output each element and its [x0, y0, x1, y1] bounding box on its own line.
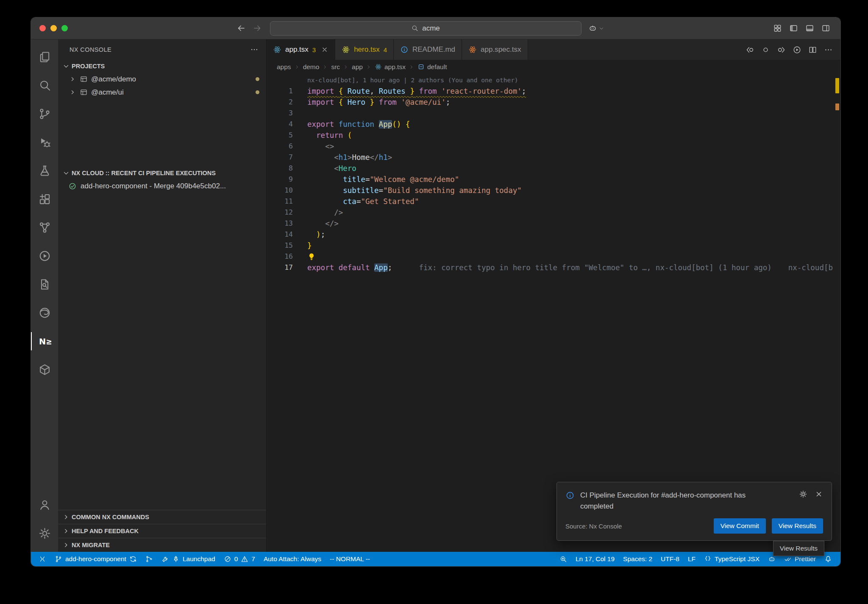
code-line[interactable]: 8 <Hero: [267, 163, 840, 174]
open-changes-icon[interactable]: [761, 45, 770, 54]
close-icon[interactable]: [321, 46, 328, 53]
code-line[interactable]: 17export default App; fix: correct typo …: [267, 262, 840, 273]
status-auto-attach[interactable]: Auto Attach: Always: [259, 552, 326, 566]
line-number: 10: [267, 185, 293, 196]
toggle-panel-icon[interactable]: [805, 24, 814, 33]
activity-item-run-targets[interactable]: [31, 242, 58, 270]
status-launchpad[interactable]: Launchpad: [157, 552, 220, 566]
code-line[interactable]: 2import { Hero } from '@acme/ui';: [267, 97, 840, 108]
status-indentation[interactable]: Spaces: 2: [619, 552, 657, 566]
activity-item-code-search[interactable]: [31, 270, 58, 299]
more-actions-icon[interactable]: [250, 45, 259, 54]
breadcrumb-item-src[interactable]: src: [331, 63, 340, 71]
minimize-window-button[interactable]: [50, 25, 57, 31]
status-gitlens-graph[interactable]: [141, 552, 157, 566]
notification-settings-icon[interactable]: [799, 490, 807, 498]
notification-buttons: View CommitView Results: [714, 518, 823, 534]
activity-item-project-graph[interactable]: [31, 213, 58, 242]
activity-item-search[interactable]: [31, 71, 58, 100]
errorcircle-icon: [224, 555, 231, 563]
next-change-icon[interactable]: [777, 45, 786, 54]
navigate-back-icon[interactable]: [237, 24, 246, 33]
activity-item-settings[interactable]: [31, 519, 58, 548]
split-editor-icon[interactable]: [808, 45, 817, 54]
navigate-forward-icon[interactable]: [253, 24, 262, 33]
status-remote-indicator[interactable]: [34, 552, 50, 566]
copilot-menu[interactable]: [588, 24, 604, 33]
breadcrumb-item-default[interactable]: default: [417, 63, 447, 71]
activity-item-extensions[interactable]: [31, 185, 58, 213]
status-cursor-position[interactable]: Ln 17, Col 19: [571, 552, 619, 566]
tab-readme-md[interactable]: README.md: [394, 39, 462, 60]
previous-change-icon[interactable]: [746, 45, 754, 54]
breadcrumb-item-app-tsx[interactable]: app.tsx: [375, 63, 406, 71]
projects-section-header[interactable]: PROJECTS: [58, 60, 266, 73]
overview-ruler[interactable]: [834, 74, 840, 552]
status-zoom[interactable]: [555, 552, 571, 566]
tab-hero-tsx[interactable]: hero.tsx4: [335, 39, 394, 60]
project-item--acme-ui[interactable]: @acme/ui: [58, 86, 266, 99]
code-line[interactable]: 4export function App() {: [267, 119, 840, 130]
code-line[interactable]: 10 subtitle="Build something amazing tod…: [267, 185, 840, 196]
activity-item-browser-preview[interactable]: [31, 299, 58, 327]
breadcrumb-item-app[interactable]: app: [352, 63, 363, 71]
code-line[interactable]: 5 return (: [267, 130, 840, 141]
activity-item-run-debug[interactable]: [31, 128, 58, 157]
breadcrumb-separator-icon: [343, 64, 349, 70]
code-line[interactable]: 3: [267, 108, 840, 119]
code-line[interactable]: 9 title="Welcome @acme/demo": [267, 174, 840, 185]
cloud-header-label: NX CLOUD :: RECENT CI PIPELINE EXECUTION…: [72, 170, 216, 176]
section-nx-migrate[interactable]: NX MIGRATE: [58, 538, 266, 552]
maximize-window-button[interactable]: [61, 25, 68, 31]
code-line[interactable]: 13 </>: [267, 218, 840, 229]
close-window-button[interactable]: [39, 25, 46, 31]
view-results-button[interactable]: View Results: [772, 518, 823, 534]
code-line[interactable]: 12 />: [267, 207, 840, 218]
tooltip: View Results: [773, 541, 824, 556]
code-line[interactable]: 11 cta="Get Started": [267, 196, 840, 207]
activity-item-accounts[interactable]: [31, 491, 58, 519]
sidebar: NX CONSOLE PROJECTS @acme/demo@acme/ui N…: [58, 39, 267, 552]
activity-item-testing[interactable]: [31, 157, 58, 185]
section-help-and-feedback[interactable]: HELP AND FEEDBACK: [58, 524, 266, 538]
breadcrumb-item-demo[interactable]: demo: [303, 63, 320, 71]
gitlens-authors-lens[interactable]: nx-cloud[bot], 1 hour ago | 2 authors (Y…: [307, 75, 518, 86]
code-line[interactable]: 15}: [267, 240, 840, 251]
status-git-branch[interactable]: add-hero-component: [50, 552, 141, 566]
breadcrumb-item-apps[interactable]: apps: [277, 63, 291, 71]
section-label: COMMON NX COMMANDS: [72, 514, 149, 520]
line-number: 6: [267, 141, 293, 152]
code-editor[interactable]: nx-cloud[bot], 1 hour ago | 2 authors (Y…: [267, 74, 840, 552]
toggle-secondary-sidebar-icon[interactable]: [821, 24, 830, 33]
cloud-section-header[interactable]: NX CLOUD :: RECENT CI PIPELINE EXECUTION…: [58, 167, 266, 179]
view-commit-button[interactable]: View Commit: [714, 518, 766, 534]
tab-app-spec-tsx[interactable]: app.spec.tsx: [462, 39, 528, 60]
status-language-mode[interactable]: TypeScript JSX: [700, 552, 764, 566]
project-graph-icon: [38, 221, 51, 234]
status-encoding[interactable]: UTF-8: [657, 552, 684, 566]
activity-item-package-explorer[interactable]: [31, 355, 58, 384]
status-problems-label: 0: [234, 555, 238, 563]
toggle-primary-sidebar-icon[interactable]: [789, 24, 798, 33]
status-vim-mode[interactable]: -- NORMAL --: [326, 552, 374, 566]
notification-close-icon[interactable]: [815, 490, 823, 498]
code-line[interactable]: 7 <h1>Home</h1>: [267, 152, 840, 163]
activity-item-source-control[interactable]: [31, 100, 58, 128]
customize-layout-icon[interactable]: [773, 24, 782, 33]
status-eol[interactable]: LF: [684, 552, 700, 566]
code-line[interactable]: 14 );: [267, 229, 840, 240]
activity-item-nx-console[interactable]: N≥: [31, 327, 58, 355]
section-common-nx-commands[interactable]: COMMON NX COMMANDS: [58, 510, 266, 524]
more-actions-icon[interactable]: [824, 45, 833, 54]
project-item--acme-demo[interactable]: @acme/demo: [58, 73, 266, 86]
pipeline-execution-item[interactable]: add-hero-component - Merge 409b4e5cb02..…: [58, 179, 266, 193]
code-line[interactable]: 1import { Route, Routes } from 'react-ro…: [267, 86, 840, 97]
breadcrumb-label: app: [352, 63, 363, 71]
activity-item-explorer[interactable]: [31, 43, 58, 71]
code-line[interactable]: 6 <>: [267, 141, 840, 152]
tab-app-tsx[interactable]: app.tsx3: [267, 39, 335, 60]
status-problems[interactable]: 07: [220, 552, 259, 566]
run-file-icon[interactable]: [793, 45, 801, 54]
code-line[interactable]: 16: [267, 251, 840, 262]
command-center[interactable]: acme: [270, 21, 581, 36]
